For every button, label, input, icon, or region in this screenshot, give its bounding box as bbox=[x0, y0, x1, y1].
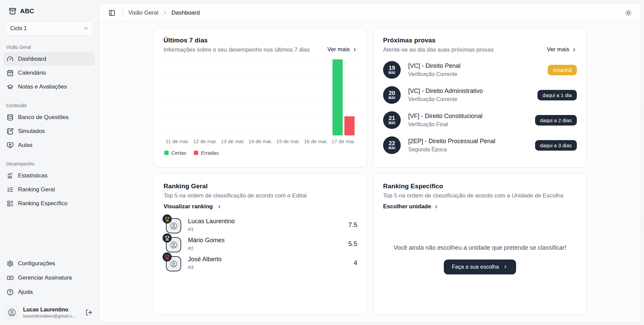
x-axis-tick-label: 13 de mai. bbox=[219, 138, 247, 144]
sidebar-item-ranking-geral[interactable]: Ranking Geral bbox=[3, 183, 95, 196]
make-your-choice-button[interactable]: Faça a sua escolha bbox=[444, 260, 516, 274]
header-divider bbox=[122, 9, 123, 17]
sidebar-section-visao-geral: Visão Geral Dashboard Calendário Notas e… bbox=[0, 44, 98, 94]
card-ranking-specific: Ranking Específico Top 5 na ordem de cla… bbox=[373, 173, 587, 314]
sidebar-item-label: Configurações bbox=[18, 260, 55, 267]
chart-x-axis-labels: 11 de mai.12 de mai.13 de mai.14 de mai.… bbox=[164, 138, 357, 144]
cycle-selector-value: Ciclo 1 bbox=[10, 25, 27, 32]
sidebar-item-banco-de-questoes[interactable]: Banco de Questões bbox=[3, 111, 95, 124]
archive-box-icon bbox=[9, 7, 16, 15]
bar-chart-plot bbox=[164, 59, 357, 135]
sidebar-item-dashboard[interactable]: Dashboard bbox=[3, 52, 95, 66]
see-more-link[interactable]: Ver mais bbox=[547, 46, 577, 53]
sidebar-item-label: Gerenciar Assinatura bbox=[18, 274, 72, 281]
breadcrumb-section[interactable]: Visão Geral bbox=[128, 9, 158, 16]
ranking-position: #2 bbox=[188, 245, 348, 251]
main-panel: Visão Geral Dashboard Últimos 7 dias Inf… bbox=[99, 3, 641, 322]
sidebar-toggle-icon[interactable] bbox=[107, 8, 117, 18]
card-subtitle: Atente-se ao dia das suas próximas prova… bbox=[383, 46, 494, 53]
choose-unit-link[interactable]: Escolher unidade bbox=[383, 203, 439, 210]
card-last-7-days: Últimos 7 dias Informações sobre o seu d… bbox=[154, 27, 367, 168]
sidebar-item-label: Aulas bbox=[18, 142, 33, 149]
cycle-selector[interactable]: Ciclo 1 bbox=[5, 21, 94, 36]
sidebar: ABC Ciclo 1 Visão Geral Dashboard Calend… bbox=[0, 0, 98, 325]
legend-item-certas: Certas bbox=[164, 150, 186, 156]
theme-toggle-sun-icon[interactable] bbox=[623, 8, 633, 18]
sidebar-item-calendario[interactable]: Calendário bbox=[3, 66, 95, 80]
avatar bbox=[5, 305, 19, 320]
chart-column bbox=[329, 59, 357, 135]
chart-column bbox=[191, 59, 219, 135]
card-ranking-general: Ranking Geral Top 5 na ordem de classifi… bbox=[154, 173, 367, 314]
sidebar-item-label: Ranking Geral bbox=[18, 186, 55, 193]
sidebar-item-simulados[interactable]: Simulados bbox=[3, 125, 95, 138]
chart-legend: CertasErradas bbox=[164, 150, 357, 156]
exam-title: [VC] - Direito Penal bbox=[408, 62, 548, 70]
sidebar-item-aulas[interactable]: Aulas bbox=[3, 138, 95, 152]
exam-list: 19 MAI [VC] - Direito Penal Verificação … bbox=[383, 57, 577, 158]
empty-state-message: Você ainda não escolheu a unidade que pr… bbox=[394, 244, 566, 251]
trophy-icon bbox=[163, 214, 172, 224]
sidebar-item-notas-e-avaliacoes[interactable]: Notas e Avaliações bbox=[3, 80, 95, 94]
card-title: Ranking Geral bbox=[164, 183, 357, 190]
section-label: Desempenho bbox=[0, 161, 98, 167]
ranking-score: 5.5 bbox=[348, 240, 357, 248]
bar-erradas bbox=[344, 116, 355, 135]
exam-subtitle: Verificação Corrente bbox=[408, 71, 548, 77]
logout-icon[interactable] bbox=[84, 308, 94, 317]
exam-month: MAI bbox=[389, 121, 395, 125]
x-axis-tick-label: 14 de mai. bbox=[247, 138, 274, 144]
card-subtitle: Top 5 na ordem de classificação de acord… bbox=[383, 192, 577, 199]
exam-subtitle: Verificação Corrente bbox=[408, 96, 537, 102]
see-more-link[interactable]: Ver mais bbox=[327, 46, 357, 53]
sidebar-item-configuracoes[interactable]: Configurações bbox=[3, 257, 95, 270]
exam-date-circle: 19 MAI bbox=[383, 61, 401, 79]
sidebar-item-estatisticas[interactable]: Estatísticas bbox=[3, 169, 95, 183]
exam-day: 21 bbox=[389, 115, 395, 121]
exam-row: 21 MAI [VF] - Direito Constitucional Ver… bbox=[383, 108, 577, 133]
sidebar-item-label: Ranking Específico bbox=[18, 200, 68, 207]
exam-title: [2EP] - Direito Processual Penal bbox=[408, 138, 535, 145]
chart-bars-icon bbox=[7, 172, 14, 179]
chart-column bbox=[164, 59, 191, 135]
sidebar-item-gerenciar-assinatura[interactable]: Gerenciar Assinatura bbox=[3, 271, 95, 285]
x-axis-tick-label: 11 de mai. bbox=[164, 138, 191, 144]
exam-row: 19 MAI [VC] - Direito Penal Verificação … bbox=[383, 57, 577, 82]
list-ordered-icon bbox=[7, 186, 14, 193]
exam-date-circle: 20 MAI bbox=[383, 86, 401, 104]
user-meta: Lucas Laurentino laurentinodeev@gmail.c.… bbox=[23, 307, 80, 319]
user-email: laurentinodeev@gmail.c... bbox=[23, 313, 80, 319]
card-upcoming-exams: Próximas provas Atente-se ao dia das sua… bbox=[373, 27, 587, 168]
sidebar-item-label: Dashboard bbox=[18, 56, 46, 62]
legend-item-erradas: Erradas bbox=[194, 150, 219, 156]
layout-list-icon bbox=[7, 200, 14, 207]
chart-column bbox=[247, 59, 274, 135]
exam-month: MAI bbox=[389, 96, 395, 100]
view-ranking-link[interactable]: Visualizar ranking bbox=[164, 203, 222, 210]
exam-month: MAI bbox=[389, 71, 395, 75]
sidebar-item-ranking-especifico[interactable]: Ranking Específico bbox=[3, 197, 95, 210]
bar-certas bbox=[333, 59, 343, 135]
exam-date-circle: 21 MAI bbox=[383, 111, 401, 129]
ranking-row: Mário Gomes #2 5.5 bbox=[164, 234, 357, 253]
card-subtitle: Top 5 na ordem de classificação de acord… bbox=[164, 192, 357, 199]
card-subtitle: Informações sobre o seu desempenho nos ú… bbox=[164, 46, 310, 53]
exam-row: 20 MAI [VC] - Direito Administrativo Ver… bbox=[383, 82, 577, 108]
chart-gridline bbox=[164, 135, 357, 136]
exam-countdown-badge: daqui a 2 dias bbox=[535, 115, 577, 126]
exam-countdown-badge: daqui a 1 dia bbox=[537, 90, 577, 100]
chevron-right-icon bbox=[163, 10, 168, 15]
main-area: Visão Geral Dashboard Últimos 7 dias Inf… bbox=[98, 0, 644, 325]
sidebar-item-ajuda[interactable]: Ajuda bbox=[3, 285, 95, 299]
card-title: Ranking Específico bbox=[383, 183, 577, 190]
choose-unit-label: Escolher unidade bbox=[383, 203, 431, 210]
user-profile[interactable]: Lucas Laurentino laurentinodeev@gmail.c.… bbox=[5, 305, 94, 320]
breadcrumb-page: Dashboard bbox=[172, 9, 200, 16]
notebook-pen-icon bbox=[7, 128, 14, 135]
exam-date-circle: 22 MAI bbox=[383, 136, 401, 154]
x-axis-tick-label: 12 de mai. bbox=[191, 138, 219, 144]
exam-countdown-badge: Amanhã bbox=[548, 65, 577, 75]
sidebar-item-label: Notas e Avaliações bbox=[18, 83, 67, 90]
calendar-icon bbox=[7, 70, 14, 76]
app-logo: ABC bbox=[0, 6, 98, 20]
